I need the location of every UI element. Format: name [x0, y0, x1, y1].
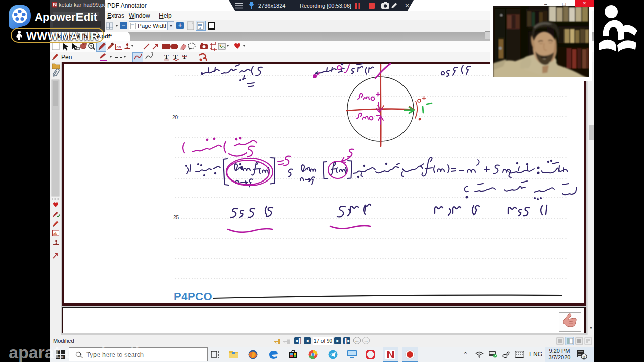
svg-text:20: 20: [172, 115, 178, 120]
svg-text:P4PCO: P4PCO: [174, 290, 212, 303]
svg-text:25: 25: [173, 215, 179, 220]
